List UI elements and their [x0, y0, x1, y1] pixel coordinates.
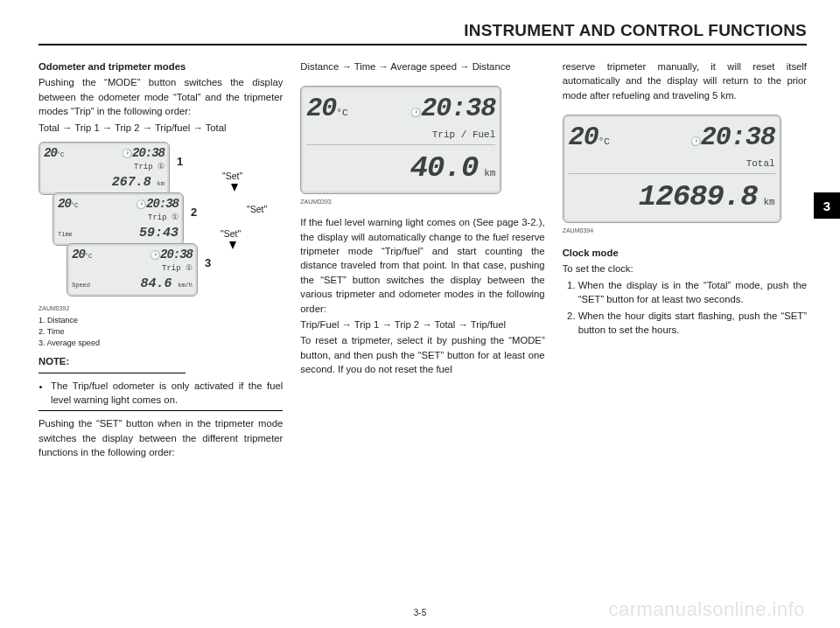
content-columns: Odometer and tripmeter modes Pushing the…	[38, 59, 807, 461]
callout-1: 1	[177, 154, 183, 171]
lcd-tf-clock: 20:38	[421, 94, 495, 123]
chapter-tab: 3	[814, 192, 840, 219]
lcd2-temp: 20	[58, 197, 71, 211]
lcd3-temp-unit: °C	[85, 253, 92, 260]
manual-page: INSTRUMENT AND CONTROL FUNCTIONS 3 Odome…	[0, 0, 840, 628]
lcd1-value: 267.8	[112, 175, 151, 190]
lcd2-mode: Trip	[148, 213, 167, 222]
lcd-total-temp: 20	[569, 122, 598, 152]
lcd1-mode: Trip	[134, 163, 153, 171]
caption-line-1: 1. Distance	[38, 315, 283, 326]
clock-heading: Clock mode	[563, 246, 807, 260]
lcd2-clock: 20:38	[146, 197, 178, 211]
lcd1-unit: km	[158, 180, 164, 187]
note-label: NOTE:	[38, 354, 69, 368]
lcd2-value: 59:43	[139, 224, 178, 243]
lcd1-temp-unit: °C	[57, 151, 64, 158]
caption-line-3: 3. Average speed	[38, 338, 283, 349]
set-label-2: "Set"	[247, 203, 267, 216]
lcd3-mode: Trip	[162, 264, 181, 273]
set-label-3: "Set"	[220, 227, 241, 241]
clock-icon: 🕑	[136, 200, 146, 210]
note-block: NOTE: The Trip/fuel odometer is only act…	[38, 354, 283, 411]
clock-icon: 🕑	[410, 108, 421, 118]
lcd-total-mode: Total	[569, 157, 775, 171]
lcd2-sub: ①	[172, 213, 178, 222]
sequence-distance-time: Distance → Time → Average speed → Distan…	[300, 59, 544, 73]
arrow-down-icon	[229, 241, 236, 249]
figure-total: 20°C 🕑20:38 Total 12689.8 km	[563, 115, 807, 223]
lcd1-temp: 20	[44, 146, 57, 160]
lcd-panel-distance: 20°C 🕑20:38 Trip ① 267.8 km	[38, 142, 170, 195]
reserve-tripmeter-body: reserve tripmeter manually, it will rese…	[563, 59, 807, 102]
clock-intro: To set the clock:	[563, 262, 807, 276]
lcd2-temp-unit: °C	[71, 202, 78, 209]
lcd1-clock: 20:38	[132, 146, 164, 160]
lcd3-temp: 20	[72, 248, 85, 262]
column-1: Odometer and tripmeter modes Pushing the…	[38, 59, 283, 461]
lcd-panel-time: 20°C 🕑20:38 Trip ① Time59:43	[52, 192, 184, 246]
odometer-sequence: Total → Trip 1 → Trip 2 → Trip/fuel → To…	[38, 121, 283, 135]
lcd-total-unit: km	[763, 197, 774, 207]
clock-steps: When the display is in the “Total” mode,…	[563, 278, 807, 338]
page-title: INSTRUMENT AND CONTROL FUNCTIONS	[38, 21, 807, 40]
odometer-heading: Odometer and tripmeter modes	[38, 59, 283, 73]
odometer-body-2: Pushing the “SET” button when in the tri…	[38, 416, 283, 459]
lcd3-left: Speed	[72, 281, 90, 290]
lcd2-left: Time	[58, 230, 73, 239]
fuel-warning-body: If the fuel level warning light comes on…	[300, 215, 544, 316]
clock-step-1: When the display is in the “Total” mode,…	[578, 278, 807, 307]
clock-icon: 🕑	[150, 251, 160, 261]
callout-2: 2	[191, 205, 197, 221]
figure-code-2: ZAUM0393	[300, 198, 544, 206]
lcd3-clock: 20:38	[160, 248, 192, 262]
lcd3-sub: ①	[186, 264, 192, 273]
lcd-tf-unit: km	[484, 168, 495, 178]
clock-icon: 🕑	[122, 150, 132, 159]
figure-code-1: ZAUM0392	[38, 304, 283, 313]
lcd-total-temp-unit: °C	[598, 136, 610, 147]
set-label-1: "Set"	[222, 170, 242, 183]
lcd-tf-mode: Trip / Fuel	[306, 129, 495, 143]
clock-icon: 🕑	[690, 137, 701, 147]
figure-tripfuel: 20°C 🕑20:38 Trip / Fuel 40.0 km	[300, 86, 544, 194]
lcd3-unit: km/h	[178, 282, 192, 289]
odometer-body-1: Pushing the “MODE” button switches the d…	[38, 75, 283, 118]
figure-code-3: ZAUM0394	[563, 227, 807, 235]
lcd-total-clock: 20:38	[701, 122, 775, 152]
tripfuel-sequence: Trip/Fuel → Trip 1 → Trip 2 → Total → Tr…	[300, 317, 544, 331]
column-2: Distance → Time → Average speed → Distan…	[300, 59, 544, 461]
page-header: INSTRUMENT AND CONTROL FUNCTIONS	[38, 21, 807, 45]
note-item: The Trip/fuel odometer is only activated…	[51, 379, 283, 408]
lcd-panel-speed: 20°C 🕑20:38 Trip ① Speed84.6 km/h	[66, 243, 198, 297]
reset-tripmeter-body: To reset a tripmeter, select it by pushi…	[300, 333, 544, 376]
clock-step-2: When the hour digits start flashing, pus…	[578, 309, 807, 338]
figure-tripmeter-stack: 20°C 🕑20:38 Trip ① 267.8 km 1 20°C 🕑20:3…	[38, 142, 283, 299]
lcd1-sub: ①	[158, 163, 164, 171]
caption-line-2: 2. Time	[38, 326, 283, 338]
lcd-total-value: 12689.8	[639, 180, 758, 213]
lcd-tf-temp: 20	[306, 94, 336, 123]
page-number: 3-5	[0, 608, 840, 618]
lcd-tf-value: 40.0	[410, 151, 479, 185]
lcd3-value: 84.6	[140, 276, 172, 291]
column-3: reserve tripmeter manually, it will rese…	[563, 59, 807, 461]
lcd-tf-temp-unit: °C	[336, 108, 347, 118]
figure-caption: 1. Distance 2. Time 3. Average speed	[38, 315, 283, 349]
arrow-down-icon	[231, 184, 238, 192]
callout-3: 3	[205, 255, 211, 272]
